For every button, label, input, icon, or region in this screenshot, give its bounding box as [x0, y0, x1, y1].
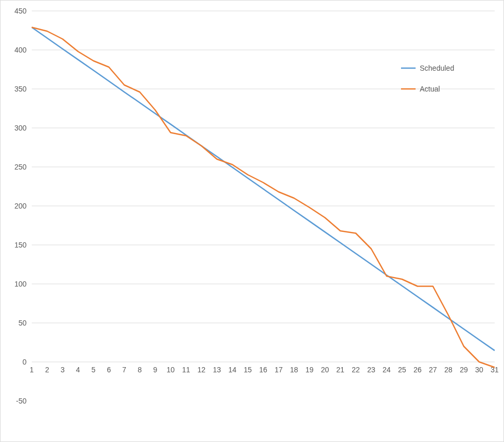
x-tick-label: 26: [413, 366, 422, 374]
x-tick-label: 19: [305, 366, 314, 374]
y-tick-label: 200: [15, 202, 27, 210]
x-tick-label: 13: [213, 366, 221, 374]
y-tick-label: 150: [15, 241, 27, 249]
x-tick-label: 20: [321, 366, 329, 374]
x-tick-label: 12: [198, 366, 206, 374]
x-tick-label: 29: [460, 366, 468, 374]
x-tick-label: 9: [153, 366, 157, 374]
x-tick-label: 5: [92, 366, 96, 374]
x-tick-label: 18: [290, 366, 299, 374]
x-tick-label: 28: [444, 366, 453, 374]
x-tick-label: 21: [337, 366, 345, 374]
series-scheduled: [32, 28, 495, 351]
x-tick-label: 2: [45, 366, 49, 374]
x-tick-label: 17: [275, 366, 283, 374]
x-tick-label: 3: [60, 366, 64, 374]
x-tick-label: 7: [122, 366, 126, 374]
x-tick-label: 25: [398, 366, 406, 374]
y-tick-label: -50: [16, 397, 27, 405]
burndown-chart: -500501001502002503003504004501234567891…: [0, 0, 504, 442]
x-tick-label: 1: [30, 366, 34, 374]
x-tick-label: 22: [352, 366, 360, 374]
x-tick-label: 24: [383, 366, 391, 374]
x-tick-label: 27: [429, 366, 437, 374]
x-tick-label: 15: [244, 366, 252, 374]
x-tick-label: 8: [138, 366, 142, 374]
y-tick-label: 350: [15, 85, 27, 93]
x-tick-label: 14: [228, 366, 237, 374]
chart-plot-area: -500501001502002503003504004501234567891…: [1, 1, 503, 441]
legend-label: Actual: [420, 85, 440, 93]
y-tick-label: 250: [15, 163, 27, 171]
x-tick-label: 23: [367, 366, 376, 374]
x-tick-label: 10: [166, 366, 175, 374]
x-tick-label: 11: [182, 366, 190, 374]
x-tick-label: 6: [107, 366, 111, 374]
x-tick-label: 30: [475, 366, 484, 374]
y-tick-label: 300: [15, 124, 27, 132]
x-tick-label: 16: [259, 366, 267, 374]
y-tick-label: 100: [15, 280, 27, 288]
y-tick-label: 50: [18, 319, 27, 327]
series-actual: [32, 28, 495, 368]
y-tick-label: 450: [15, 7, 27, 15]
y-tick-label: 0: [22, 358, 27, 366]
y-tick-label: 400: [15, 46, 27, 54]
x-tick-label: 4: [76, 366, 80, 374]
legend-label: Scheduled: [420, 64, 454, 72]
